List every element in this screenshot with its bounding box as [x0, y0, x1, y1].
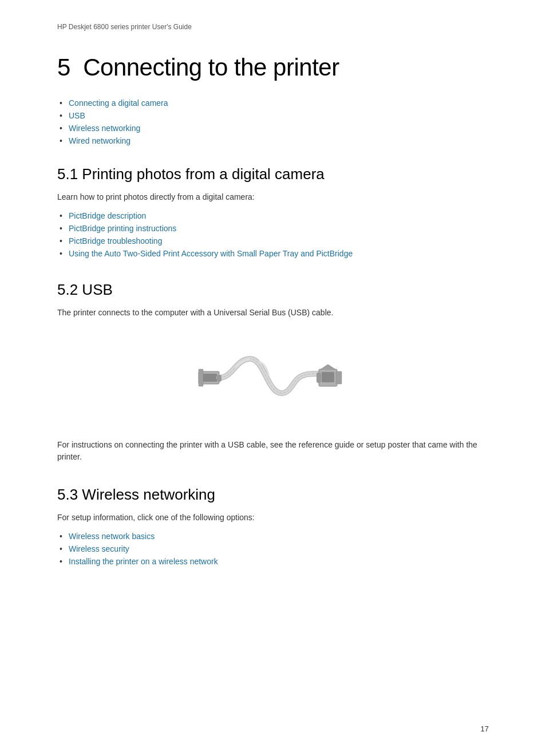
- pictbridge-print-item[interactable]: PictBridge printing instructions: [69, 224, 489, 233]
- section-51: 5.1 Printing photos from a digital camer…: [57, 165, 489, 258]
- section-52-footer: For instructions on connecting the print…: [57, 439, 489, 463]
- section-51-title: 5.1 Printing photos from a digital camer…: [57, 165, 489, 183]
- section-52: 5.2 USB The printer connects to the comp…: [57, 281, 489, 463]
- toc-list: Connecting a digital camera USB Wireless…: [57, 98, 489, 145]
- toc-item-camera[interactable]: Connecting a digital camera: [69, 98, 489, 108]
- wireless-install-item[interactable]: Installing the printer on a wireless net…: [69, 557, 489, 566]
- section-53: 5.3 Wireless networking For setup inform…: [57, 486, 489, 566]
- section-51-intro: Learn how to print photos directly from …: [57, 191, 489, 203]
- wireless-basics-link[interactable]: Wireless network basics: [69, 532, 155, 541]
- pictbridge-auto-link[interactable]: Using the Auto Two-Sided Print Accessory…: [69, 249, 353, 258]
- section-52-title: 5.2 USB: [57, 281, 489, 299]
- wireless-basics-item[interactable]: Wireless network basics: [69, 532, 489, 541]
- toc-link-wireless[interactable]: Wireless networking: [69, 124, 140, 133]
- toc-item-wireless[interactable]: Wireless networking: [69, 124, 489, 133]
- toc-link-usb[interactable]: USB: [69, 111, 85, 120]
- usb-cable-image: [193, 330, 353, 422]
- section-53-intro: For setup information, click one of the …: [57, 512, 489, 524]
- svg-rect-2: [199, 369, 203, 386]
- pictbridge-desc-link[interactable]: PictBridge description: [69, 211, 146, 220]
- svg-rect-4: [322, 372, 334, 382]
- pictbridge-print-link[interactable]: PictBridge printing instructions: [69, 224, 176, 233]
- toc-link-camera[interactable]: Connecting a digital camera: [69, 98, 168, 108]
- breadcrumb: HP Deskjet 6800 series printer User's Gu…: [57, 23, 489, 31]
- page-number: 17: [481, 725, 489, 733]
- svg-rect-6: [217, 375, 221, 382]
- usb-image-container: [57, 330, 489, 422]
- page-container: HP Deskjet 6800 series printer User's Gu…: [0, 0, 546, 756]
- wireless-install-link[interactable]: Installing the printer on a wireless net…: [69, 557, 218, 566]
- pictbridge-trouble-link[interactable]: PictBridge troubleshooting: [69, 236, 162, 246]
- pictbridge-auto-item[interactable]: Using the Auto Two-Sided Print Accessory…: [69, 249, 489, 258]
- pictbridge-desc-item[interactable]: PictBridge description: [69, 211, 489, 220]
- section-52-body: The printer connects to the computer wit…: [57, 307, 489, 319]
- toc-item-wired[interactable]: Wired networking: [69, 136, 489, 145]
- wireless-security-link[interactable]: Wireless security: [69, 544, 129, 553]
- section-53-title: 5.3 Wireless networking: [57, 486, 489, 504]
- svg-rect-5: [336, 371, 342, 384]
- chapter-title: 5 Connecting to the printer: [57, 54, 489, 81]
- pictbridge-trouble-item[interactable]: PictBridge troubleshooting: [69, 236, 489, 246]
- svg-rect-7: [316, 373, 321, 383]
- wireless-security-item[interactable]: Wireless security: [69, 544, 489, 553]
- toc-link-wired[interactable]: Wired networking: [69, 136, 130, 145]
- section-53-links: Wireless network basics Wireless securit…: [57, 532, 489, 566]
- toc-item-usb[interactable]: USB: [69, 111, 489, 120]
- section-51-links: PictBridge description PictBridge printi…: [57, 211, 489, 258]
